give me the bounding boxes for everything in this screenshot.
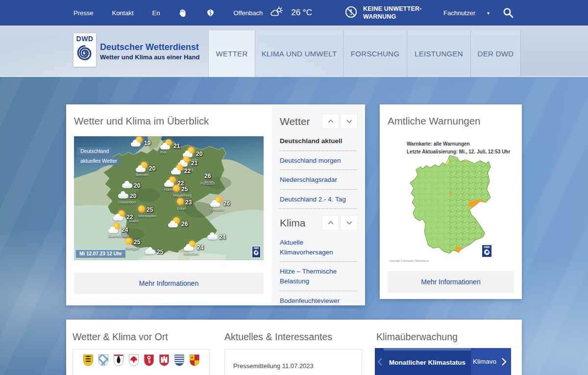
state-arms-box: [73, 349, 210, 375]
tab-klimavorhersage[interactable]: Klimavo: [473, 348, 503, 375]
language-link[interactable]: En: [152, 9, 160, 17]
weather-marker: 26: [168, 220, 196, 227]
side-menu: WetterDeutschland aktuellDeutschland mor…: [272, 104, 365, 305]
chevron-up-icon[interactable]: [322, 216, 339, 230]
sun-cloud-icon: [270, 6, 284, 20]
side-menu-item[interactable]: Deutschland morgen: [280, 151, 357, 171]
map-chip-aktuelles-wetter: aktuelles Wetter: [77, 157, 121, 165]
press-release-item[interactable]: Pressemitteilung 11.07.2023: [233, 362, 314, 370]
site-header: DWD Deutscher Wetterdienst Wetter und Kl…: [0, 25, 588, 77]
dwd-homepage: Presse Kontakt En Off: [0, 0, 588, 375]
chevron-down-icon[interactable]: [341, 114, 357, 128]
local-section-title: Wetter & Klima vor Ort: [73, 331, 168, 343]
weather-marker: 22: [171, 167, 199, 175]
warning-status-text: KEINE UNWETTER- WARNUNG: [363, 5, 422, 21]
germany-weather-map[interactable]: Deutschland aktuelles Wetter Mi 12.07.23…: [74, 136, 264, 260]
no-warning-icon: [344, 5, 358, 21]
state-arms-mecklenburg-vorpommern[interactable]: [189, 354, 200, 369]
state-arms-bremen[interactable]: [144, 354, 154, 369]
map-chip-deutschland: Deutschland: [77, 147, 112, 155]
warning-status[interactable]: KEINE UNWETTER- WARNUNG: [344, 0, 422, 25]
chevron-down-icon: ▾: [487, 10, 490, 16]
weather-marker: 24Saarbrücken: [108, 226, 137, 238]
dwd-watermark-icon: DWD: [482, 245, 492, 257]
topbar: Presse Kontakt En Off: [0, 0, 588, 25]
state-arms-bayern[interactable]: [98, 354, 109, 369]
news-box: Pressemitteilung 11.07.2023: [224, 349, 362, 375]
overview-more-button[interactable]: Mehr Informationen: [74, 273, 264, 294]
brand-text[interactable]: Deutscher Wetterdienst Wetter und Klima …: [100, 42, 199, 61]
dwd-spiral-icon: [75, 43, 94, 63]
weather-marker: 20Bremen: [136, 165, 164, 177]
kontakt-link[interactable]: Kontakt: [112, 9, 133, 17]
side-menu-section-header: Wetter: [280, 114, 357, 128]
weather-marker: 20: [122, 182, 150, 189]
side-menu-item[interactable]: Deutschland aktuell: [280, 131, 357, 151]
warnings-more-button[interactable]: Mehr Informationen: [388, 271, 514, 293]
user-role-label: Fachnutzer: [443, 9, 475, 17]
topbar-left-group: Presse Kontakt En Off: [74, 0, 312, 25]
weather-marker: 24München: [184, 244, 212, 256]
temperature-value: 26 °C: [291, 8, 312, 18]
state-arms-berlin[interactable]: [113, 354, 124, 369]
weather-marker: 26Berlin: [204, 173, 233, 184]
brand-title: Deutscher Wetterdienst: [100, 42, 199, 52]
climate-tabbar: Monatlicher Klimastatus Klimavo: [375, 348, 511, 375]
dwd-logo[interactable]: DWD: [74, 33, 96, 67]
overview-card: Wetter und Klima im Überblick: [66, 104, 365, 305]
weather-marker: 19: [131, 139, 159, 147]
side-menu-section-header: Klima: [280, 216, 357, 230]
side-menu-item[interactable]: Aktuelle Klimavorhersagen: [280, 233, 357, 262]
brand-subtitle: Wetter und Klima aus einer Hand: [100, 53, 199, 61]
state-arms-hessen[interactable]: [174, 354, 185, 369]
state-arms-hamburg[interactable]: [159, 354, 170, 369]
side-menu-item[interactable]: Bodenfeuchteviewer: [280, 291, 357, 311]
weather-marker: 23Erfurt: [177, 199, 205, 211]
local-weather-widget[interactable]: Offenbach 26 °C: [233, 6, 312, 20]
side-menu-item[interactable]: Deutschland 2.- 4. Tag: [280, 190, 357, 209]
weather-marker: 25Wiesbaden: [138, 206, 167, 218]
dwd-logo-text: DWD: [76, 35, 94, 43]
nav-item-forschung[interactable]: FORSCHUNG: [343, 30, 407, 77]
nav-item-wetter[interactable]: WETTER: [208, 30, 255, 77]
warnings-card: Amtliche Warnungen Warnkarte: alle Warnu…: [380, 104, 522, 299]
weather-marker: 25: [145, 249, 173, 255]
weather-marker: 25Magdeburg: [173, 186, 201, 198]
warnings-card-title: Amtliche Warnungen: [388, 115, 481, 127]
side-menu-item[interactable]: Niederschlagsradar: [280, 170, 357, 190]
chevron-down-icon[interactable]: [341, 216, 357, 230]
dwd-watermark-icon: DWD: [252, 246, 261, 258]
topbar-right-group: Fachnutzer ▾: [443, 0, 514, 25]
carousel-right-icon[interactable]: [500, 348, 507, 375]
side-menu-section-title: Klima: [280, 217, 306, 229]
tab-monatlicher-klimastatus[interactable]: Monatlicher Klimastatus: [384, 348, 471, 375]
bottom-band: Wetter & Klima vor Ort Aktuelles & Inter…: [66, 320, 522, 375]
carousel-left-icon[interactable]: [377, 348, 384, 375]
warning-map[interactable]: [407, 153, 494, 255]
sign-language-icon[interactable]: [178, 8, 188, 18]
state-arms-brandenburg[interactable]: [128, 354, 139, 369]
user-role-dropdown[interactable]: Fachnutzer ▾: [443, 9, 490, 17]
nav-item-der-dwd[interactable]: DER DWD: [470, 30, 521, 77]
presse-link[interactable]: Presse: [74, 9, 93, 17]
side-menu-item[interactable]: Hitze – Thermische Belastung: [280, 262, 357, 291]
main-nav: WETTERKLIMA UND UMWELTFORSCHUNGLEISTUNGE…: [208, 30, 521, 77]
easy-language-icon[interactable]: [206, 8, 215, 18]
nav-item-klima-und-umwelt[interactable]: KLIMA UND UMWELT: [255, 30, 343, 77]
climate-section-title: Klimaüberwachung: [376, 331, 458, 343]
search-icon[interactable]: [502, 7, 514, 19]
overview-card-title: Wetter und Klima im Überblick: [74, 115, 209, 127]
side-menu-section-title: Wetter: [280, 116, 310, 127]
location-label: Offenbach: [233, 9, 263, 17]
map-timestamp: Mi 12.07.23 12 Uhr: [76, 250, 125, 258]
map-copyright: Copyright © Deutscher Wetterdienst: [390, 259, 434, 263]
nav-item-leistungen[interactable]: LEISTUNGEN: [407, 30, 470, 77]
weather-marker: 24: [207, 234, 236, 241]
chevron-up-icon[interactable]: [322, 114, 339, 128]
news-section-title: Aktuelles & Interessantes: [224, 331, 332, 343]
weather-marker: 20Düsseldorf: [118, 193, 147, 204]
weather-marker: 22: [113, 213, 142, 221]
weather-marker: 26Dresden: [210, 200, 239, 212]
state-arms-baden-w-rttemberg[interactable]: [83, 354, 94, 369]
